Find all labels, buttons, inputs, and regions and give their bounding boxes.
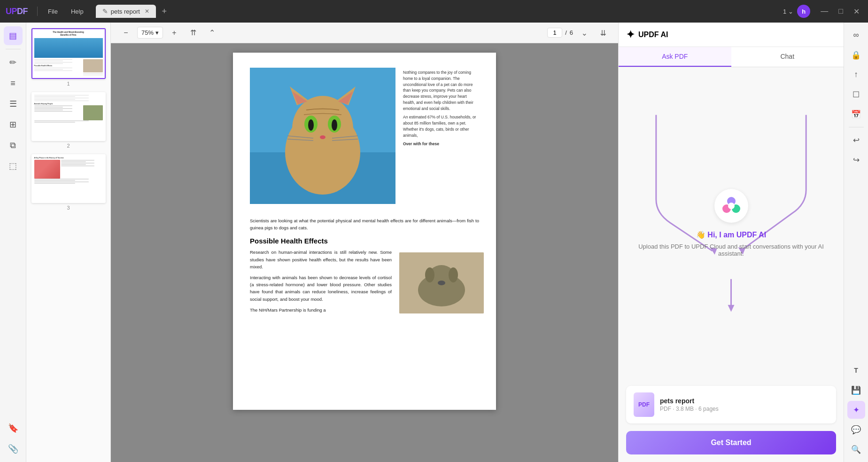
tab-bar: ✎ pets report ✕ + — [96, 5, 171, 18]
undo-icon[interactable]: ↩ — [847, 131, 865, 149]
inbox-icon[interactable]: ☐ — [847, 86, 865, 103]
zoom-out-button[interactable]: − — [118, 25, 133, 40]
last-page-button[interactable]: ⇈ — [596, 25, 611, 40]
minimize-button[interactable]: — — [818, 6, 831, 17]
help-menu[interactable]: Help — [66, 6, 88, 17]
svg-point-22 — [438, 281, 445, 285]
ai-title: UPDF AI — [638, 31, 668, 39]
tab-ask-pdf[interactable]: Ask PDF — [619, 47, 731, 67]
cat-image — [250, 68, 395, 204]
thumbnail-page-3[interactable]: A Key Phase in the History of Tourism — [30, 154, 107, 211]
window-controls: — □ ✕ — [818, 6, 862, 17]
ai-flower-icon — [721, 196, 742, 216]
file-icon: PDF — [634, 392, 654, 417]
new-tab-button[interactable]: + — [158, 5, 171, 18]
svg-point-3 — [292, 96, 353, 162]
body-text-1: Scientists are looking at what the poten… — [250, 217, 479, 231]
thumb-page-2: Animals Helping People — [31, 92, 106, 141]
body-text-2: Research on human-animal interactions is… — [250, 249, 392, 270]
upload-icon[interactable]: ↑ — [847, 66, 865, 84]
current-page-input[interactable] — [547, 28, 562, 38]
cat-svg — [250, 68, 395, 204]
ai-subtext: Upload this PDF to UPDF Cloud and start … — [628, 243, 834, 257]
zoom-chevron-icon: ▾ — [155, 29, 159, 36]
ocr-icon[interactable]: T — [847, 361, 865, 379]
sidebar-icon-text[interactable]: ≡ — [4, 74, 23, 93]
get-started-button[interactable]: Get Started — [626, 431, 836, 454]
page-separator: / — [565, 29, 567, 36]
save-icon[interactable]: 💾 — [847, 381, 865, 399]
ai-logo: ✦ UPDF AI — [626, 29, 668, 41]
ai-name-highlight: UPDF AI — [736, 231, 766, 239]
top-bar: UPDF File Help ✎ pets report ✕ + 1 ⌄ h —… — [0, 0, 868, 23]
ai-center-logo — [714, 189, 748, 223]
thumb-label-2: 2 — [67, 143, 70, 149]
next-page-button[interactable]: ⌃ — [577, 25, 592, 40]
sidebar-icon-chart[interactable]: ⊞ — [4, 115, 23, 134]
search-icon[interactable]: 🔍 — [847, 440, 865, 458]
thumbnail-panel: The Health and Mood-BoostingBenefits of … — [26, 23, 111, 462]
tab-chat[interactable]: Chat — [731, 47, 844, 67]
page-num: 1 — [783, 8, 786, 15]
ai-assistant-icon[interactable]: ✦ — [847, 401, 865, 419]
thumb-label-3: 3 — [67, 205, 70, 211]
sidebar-icon-thumbnail[interactable]: ▤ — [4, 26, 23, 45]
dog-image — [399, 252, 484, 313]
sidebar-icon-paperclip[interactable]: 📎 — [4, 439, 23, 458]
first-page-button[interactable]: ⇈ — [186, 25, 201, 40]
thumb-page-1: The Health and Mood-BoostingBenefits of … — [31, 28, 106, 79]
sidebar-icon-pen[interactable]: ✏ — [4, 53, 23, 72]
zoom-in-button[interactable]: + — [167, 25, 182, 40]
body-text-4: The NIH/Mars Partnership is funding a — [250, 306, 392, 313]
file-info: pets report PDF · 3.8 MB · 6 pages — [660, 397, 829, 412]
thumbnail-page-2[interactable]: Animals Helping People — [30, 92, 107, 149]
thumbnail-page-1[interactable]: The Health and Mood-BoostingBenefits of … — [30, 28, 107, 86]
svg-marker-25 — [728, 305, 735, 312]
page-selector[interactable]: 1 ⌄ — [783, 8, 793, 15]
tab-close-button[interactable]: ✕ — [145, 8, 149, 15]
far-right-sidebar: ∞ 🔒 ↑ ☐ 📅 ↩ ↪ T 💾 ✦ 💬 🔍 — [844, 23, 868, 462]
main-layout: ▤ ✏ ≡ ☰ ⊞ ⧉ ⬚ 🔖 📎 The Health and Mood-Bo… — [0, 23, 868, 462]
sidebar-icon-document[interactable]: ☰ — [4, 94, 23, 113]
redo-icon[interactable]: ↪ — [847, 151, 865, 169]
right-col-text2: An estimated 67% of U.S. households, or … — [403, 114, 479, 138]
file-menu[interactable]: File — [43, 6, 62, 17]
maximize-button[interactable]: □ — [836, 6, 846, 17]
sidebar-icon-stamp[interactable]: ⬚ — [4, 157, 23, 175]
zoom-level: 75% — [141, 29, 154, 36]
side-col — [399, 249, 479, 313]
svg-point-11 — [332, 119, 337, 131]
svg-point-29 — [728, 203, 735, 209]
user-avatar[interactable]: h — [797, 5, 810, 18]
pdf-page: Nothing compares to the joy of coming ho… — [233, 53, 496, 410]
ai-tabs: Ask PDF Chat — [619, 47, 844, 67]
main-col: Research on human-animal interactions is… — [250, 249, 392, 313]
sidebar-icon-stack[interactable]: ⧉ — [4, 136, 23, 155]
prev-page-button[interactable]: ⌃ — [204, 25, 219, 40]
sidebar-icon-bookmark[interactable]: 🔖 — [4, 419, 23, 438]
tab-label: pets report — [111, 8, 140, 15]
top-right-controls: 1 ⌄ h — □ ✕ — [783, 5, 862, 18]
file-meta: PDF · 3.8 MB · 6 pages — [660, 406, 829, 412]
lock-icon[interactable]: 🔒 — [847, 46, 865, 64]
app-logo: UPDF — [6, 7, 28, 16]
left-sidebar: ▤ ✏ ≡ ☰ ⊞ ⧉ ⬚ 🔖 📎 — [0, 23, 26, 462]
thumb-label-1: 1 — [67, 81, 70, 86]
thumb3-title: A Key Phase in the History of Tourism — [34, 157, 103, 159]
svg-point-12 — [320, 135, 326, 139]
infinity-icon[interactable]: ∞ — [847, 26, 865, 44]
total-pages: 6 — [570, 29, 573, 36]
section-title: Possible Health Effects — [250, 237, 479, 245]
ai-header: ✦ UPDF AI — [619, 23, 844, 47]
sidebar-separator — [6, 49, 21, 49]
active-tab[interactable]: ✎ pets report ✕ — [96, 5, 156, 18]
comment-icon[interactable]: 💬 — [847, 421, 865, 439]
svg-point-21 — [425, 267, 434, 282]
calendar-icon[interactable]: 📅 — [847, 105, 865, 123]
zoom-display[interactable]: 75% ▾ — [137, 27, 163, 39]
toolbar: − 75% ▾ + ⇈ ⌃ / 6 ⌃ ⇈ — [111, 23, 618, 43]
fr-separator — [849, 127, 864, 127]
close-button[interactable]: ✕ — [851, 6, 862, 17]
right-col-text1: Nothing compares to the joy of coming ho… — [403, 70, 479, 111]
chevron-down-icon: ⌄ — [788, 8, 793, 15]
